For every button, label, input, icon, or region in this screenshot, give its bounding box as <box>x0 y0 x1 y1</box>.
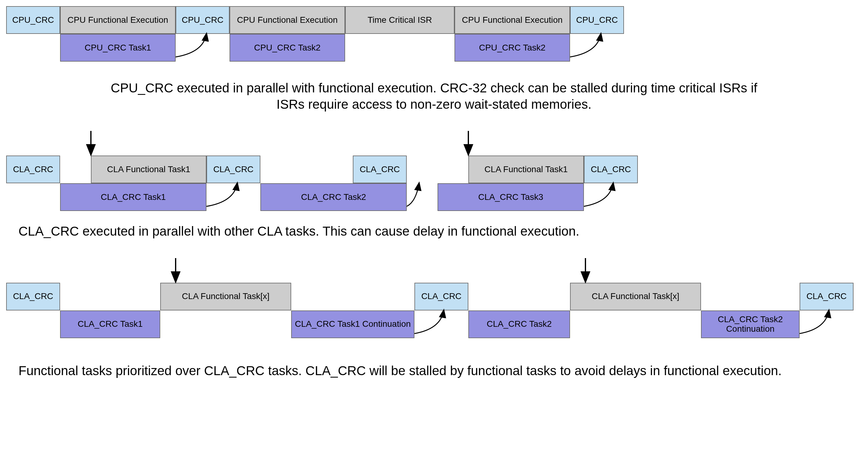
cla-crc-task-block: CLA_CRC Task2 <box>260 183 407 211</box>
cla-crc-block: CLA_CRC <box>800 283 854 311</box>
cla-crc-task-cont-block: CLA_CRC Task2 Continuation <box>701 311 800 338</box>
cla-crc-block: CLA_CRC <box>353 156 407 183</box>
cla-crc-task-cont-block: CLA_CRC Task1 Continuation <box>291 311 414 338</box>
cla-crc-task-block: CLA_CRC Task3 <box>438 183 584 211</box>
label: CLA Functional Task1 <box>107 165 190 174</box>
cpu-crc-block: CPU_CRC <box>176 6 229 34</box>
cla-func-taskx-block: CLA Functional Task[x] <box>570 283 701 311</box>
label: CPU_CRC <box>576 15 618 25</box>
label: CLA_CRC <box>13 165 53 174</box>
label: CLA_CRC Task1 Continuation <box>295 319 411 329</box>
cla-func-taskx-block: CLA Functional Task[x] <box>160 283 291 311</box>
cpu-crc-block: CPU_CRC <box>6 6 60 34</box>
cla-crc-block: CLA_CRC <box>584 156 638 183</box>
label: CLA_CRC Task2 Continuation <box>703 315 798 334</box>
section-cla-crc-prioritized: CLA_CRC CLA Functional Task[x] CLA_CRC C… <box>6 258 862 379</box>
label: CLA Functional Task[x] <box>182 292 269 301</box>
label: CLA_CRC <box>213 165 254 174</box>
cla-crc-task-block: CLA_CRC Task1 <box>60 311 160 338</box>
cla-func-task-block: CLA Functional Task1 <box>91 156 207 183</box>
section-cla-crc-parallel: CLA_CRC CLA Functional Task1 CLA_CRC CLA… <box>6 131 862 240</box>
label: CPU_CRC <box>12 15 54 25</box>
label: CLA Functional Task[x] <box>592 292 679 301</box>
label: CPU_CRC Task2 <box>479 43 546 53</box>
cla-crc-block: CLA_CRC <box>207 156 260 183</box>
label: CLA_CRC <box>806 292 847 301</box>
label: CLA_CRC <box>13 292 53 301</box>
section1-timeline: CPU_CRC CPU Functional Execution CPU_CRC… <box>6 6 862 74</box>
cpu-func-exec-block: CPU Functional Execution <box>455 6 570 34</box>
cpu-crc-task-block: CPU_CRC Task1 <box>60 34 176 62</box>
cpu-crc-task-block: CPU_CRC Task2 <box>455 34 570 62</box>
label: CPU Functional Execution <box>237 15 338 25</box>
section3-timeline: CLA_CRC CLA Functional Task[x] CLA_CRC C… <box>6 258 862 344</box>
section1-caption: CPU_CRC executed in parallel with functi… <box>95 80 773 113</box>
section2-timeline: CLA_CRC CLA Functional Task1 CLA_CRC CLA… <box>6 131 862 217</box>
label: CLA_CRC Task1 <box>78 319 143 329</box>
section2-caption: CLA_CRC executed in parallel with other … <box>19 223 819 240</box>
label: CLA_CRC Task2 <box>301 192 366 202</box>
section3-caption: Functional tasks prioritized over CLA_CR… <box>19 363 819 379</box>
time-critical-isr-block: Time Critical ISR <box>345 6 455 34</box>
cpu-crc-block: CPU_CRC <box>570 6 624 34</box>
diagram-container: CPU_CRC CPU Functional Execution CPU_CRC… <box>6 6 862 379</box>
label: CPU_CRC Task1 <box>85 43 151 53</box>
cla-crc-block: CLA_CRC <box>414 283 468 311</box>
label: CLA_CRC Task2 <box>487 319 552 329</box>
label: CLA_CRC Task3 <box>478 192 543 202</box>
label: CPU Functional Execution <box>67 15 168 25</box>
section-cpu-crc: CPU_CRC CPU Functional Execution CPU_CRC… <box>6 6 862 113</box>
label: Time Critical ISR <box>368 15 432 25</box>
label: CLA_CRC <box>360 165 400 174</box>
label: CPU_CRC <box>182 15 223 25</box>
cla-crc-task-block: CLA_CRC Task1 <box>60 183 207 211</box>
label: CLA_CRC <box>421 292 462 301</box>
cla-crc-task-block: CLA_CRC Task2 <box>468 311 570 338</box>
cla-crc-block: CLA_CRC <box>6 156 60 183</box>
label: CPU Functional Execution <box>462 15 563 25</box>
cpu-crc-task-block: CPU_CRC Task2 <box>229 34 345 62</box>
cpu-func-exec-block: CPU Functional Execution <box>229 6 345 34</box>
cpu-func-exec-block: CPU Functional Execution <box>60 6 176 34</box>
label: CLA_CRC Task1 <box>101 192 166 202</box>
label: CLA_CRC <box>591 165 631 174</box>
cla-crc-block: CLA_CRC <box>6 283 60 311</box>
cla-func-task-block: CLA Functional Task1 <box>468 156 584 183</box>
label: CPU_CRC Task2 <box>254 43 321 53</box>
label: CLA Functional Task1 <box>485 165 567 174</box>
